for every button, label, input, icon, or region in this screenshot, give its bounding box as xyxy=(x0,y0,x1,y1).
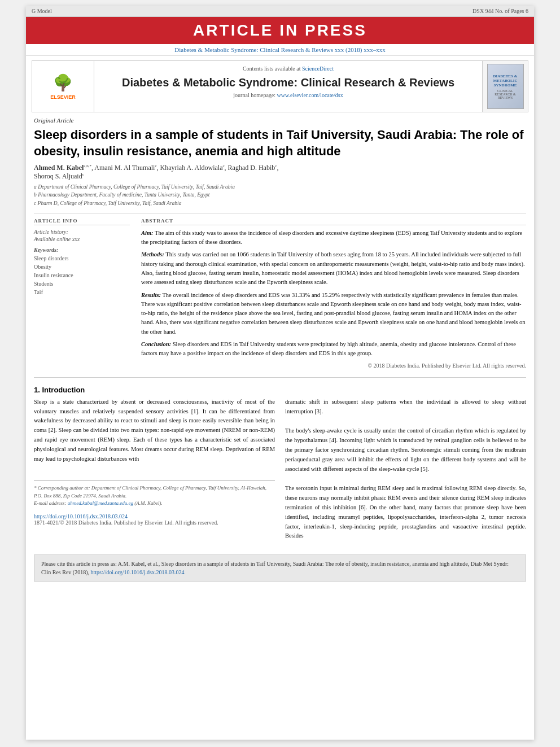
article-body: Original Article Sleep disorders in a sa… xyxy=(26,117,534,549)
keywords-label: Keywords: xyxy=(34,247,130,253)
article-in-press-bar: ARTICLE IN PRESS xyxy=(26,17,534,44)
abstract-results: Results: The overall incidence of sleep … xyxy=(141,291,526,337)
keyword-1: Sleep disorders xyxy=(34,254,130,263)
abstract-copyright: © 2018 Diabetes India. Published by Else… xyxy=(141,361,526,370)
journal-link-bar: Diabetes & Metabolic Syndrome: Clinical … xyxy=(26,44,534,56)
elsevier-tree-icon: 🌳 xyxy=(53,73,73,92)
article-main-title: Sleep disorders in a sample of students … xyxy=(34,127,526,159)
doi-copyright: 1871-4021/© 2018 Diabetes India. Publish… xyxy=(34,519,275,526)
citation-bar: Please cite this article in press as: A.… xyxy=(34,554,526,582)
intro-para3-right: The serotonin input is minimal during RE… xyxy=(285,484,526,541)
journal-title: Diabetes & Metabolic Syndrome: Clinical … xyxy=(100,75,476,90)
contents-line: Contents lists available at ScienceDirec… xyxy=(100,65,476,72)
abstract-aim: Aim: The aim of this study was to assess… xyxy=(141,229,526,247)
intro-para1-right: dramatic shift in subsequent sleep patte… xyxy=(285,397,526,417)
doi-section: https://doi.org/10.1016/j.dsx.2018.03.02… xyxy=(34,513,275,526)
model-number: DSX 944 No. of Pages 6 xyxy=(473,8,528,14)
article-in-press-text: ARTICLE IN PRESS xyxy=(193,21,367,39)
corresponding-author: * Corresponding author at: Department of… xyxy=(34,484,275,500)
intro-body: Sleep is a state characterized by absent… xyxy=(34,397,526,541)
affiliation-b: b Pharmacology Department, Faculty of me… xyxy=(34,191,526,199)
journal-header-middle: Contents lists available at ScienceDirec… xyxy=(94,61,483,112)
author1-name: Ahmed M. Kabel xyxy=(34,164,84,172)
author4-name: , Raghad D. Habib xyxy=(225,164,275,172)
author5-comma: , xyxy=(277,164,278,172)
sciencedirect-link[interactable]: ScienceDirect xyxy=(302,65,334,72)
journal-citation-text: Diabetes & Metabolic Syndrome: Clinical … xyxy=(174,46,385,53)
email-person: (A.M. Kabel). xyxy=(134,500,163,506)
author6-sup: c xyxy=(82,172,84,177)
abstract-content: Aim: The aim of this study was to assess… xyxy=(141,229,526,370)
email-address[interactable]: ahmed.kabal@med.tanta.edu.eg xyxy=(68,500,133,506)
intro-right-col: dramatic shift in subsequent sleep patte… xyxy=(285,397,526,541)
history-label: Article history: xyxy=(34,229,130,235)
thumb-image: DIABETES & METABOLIC SYNDROME CLINICAL R… xyxy=(487,64,524,109)
keyword-3: Insulin resistance xyxy=(34,271,130,279)
author1-sup: a,b,* xyxy=(84,164,91,168)
aim-label: Aim: xyxy=(141,230,154,236)
abstract-label: ABSTRACT xyxy=(141,218,526,225)
g-model-label: G Model xyxy=(32,8,52,14)
affiliation-a: a Department of Clinical Pharmacy, Colle… xyxy=(34,183,526,191)
keyword-5: Taif xyxy=(34,288,130,296)
affiliation-c: c Pharm D, College of Pharmacy, Taif Uni… xyxy=(34,199,526,207)
email-label: E-mail address: xyxy=(34,500,66,506)
abstract-col: ABSTRACT Aim: The aim of this study was … xyxy=(141,218,526,370)
journal-homepage: journal homepage: www.elsevier.com/locat… xyxy=(100,92,476,98)
affiliations: a Department of Clinical Pharmacy, Colle… xyxy=(34,183,526,207)
page: G Model DSX 944 No. of Pages 6 ARTICLE I… xyxy=(26,6,534,740)
conclusion-label: Conclusion: xyxy=(141,341,171,347)
author6-name: Shoroq S. Aljuaid xyxy=(34,172,82,180)
authors-line: Ahmed M. Kabela,b,*, Amani M. Al Thumali… xyxy=(34,164,526,181)
article-type: Original Article xyxy=(34,117,526,124)
methods-label: Methods: xyxy=(141,251,164,257)
doi-url[interactable]: https://doi.org/10.1016/j.dsx.2018.03.02… xyxy=(34,513,275,519)
journal-logo-section: 🌳 ELSEVIER xyxy=(32,61,94,112)
abstract-conclusion: Conclusion: Sleep disorders and EDS in T… xyxy=(141,340,526,359)
conclusion-text: Sleep disorders and EDS in Taif Universi… xyxy=(141,341,516,356)
results-label: Results: xyxy=(141,292,161,298)
journal-thumbnail: DIABETES & METABOLIC SYNDROME CLINICAL R… xyxy=(483,61,528,112)
elsevier-logo-text: ELSEVIER xyxy=(50,94,76,100)
journal-header: 🌳 ELSEVIER Contents lists available at S… xyxy=(32,60,528,112)
keyword-4: Students xyxy=(34,279,130,288)
info-abstract-section: ARTICLE INFO Article history: Available … xyxy=(34,218,526,370)
author3-name: , Khayriah A. Aldowiala xyxy=(157,164,223,172)
homepage-label: journal homepage: xyxy=(233,92,275,98)
methods-text: This study was carried out on 1066 stude… xyxy=(141,251,525,285)
available-online: Available online xxx xyxy=(34,236,130,242)
abstract-methods: Methods: This study was carried out on 1… xyxy=(141,250,526,287)
intro-para1-left: Sleep is a state characterized by absent… xyxy=(34,397,275,464)
top-banner: G Model DSX 944 No. of Pages 6 xyxy=(26,6,534,17)
divider-1 xyxy=(34,213,526,213)
contents-label: Contents lists available at xyxy=(243,65,300,72)
intro-heading: 1. Introduction xyxy=(34,386,526,394)
divider-2 xyxy=(34,377,526,378)
email-line: E-mail address: ahmed.kabal@med.tanta.ed… xyxy=(34,500,275,508)
intro-para2-right: The body's sleep-awake cycle is usually … xyxy=(285,426,526,474)
results-text: The overall incidence of sleep disorders… xyxy=(141,292,526,335)
keywords-list: Sleep disorders Obesity Insulin resistan… xyxy=(34,254,130,296)
intro-left-col: Sleep is a state characterized by absent… xyxy=(34,397,275,541)
citation-doi[interactable]: https://doi.org/10.1016/j.dsx.2018.03.02… xyxy=(91,569,185,575)
article-info-label: ARTICLE INFO xyxy=(34,218,130,225)
aim-text: The aim of this study was to assess the … xyxy=(141,230,522,245)
article-info-col: ARTICLE INFO Article history: Available … xyxy=(34,218,130,370)
author2-name: , Amani M. Al Thumali xyxy=(91,164,155,172)
homepage-url[interactable]: www.elsevier.com/locate/dsx xyxy=(277,92,343,98)
footnote-section: * Corresponding author at: Department of… xyxy=(34,480,275,508)
keyword-2: Obesity xyxy=(34,263,130,271)
